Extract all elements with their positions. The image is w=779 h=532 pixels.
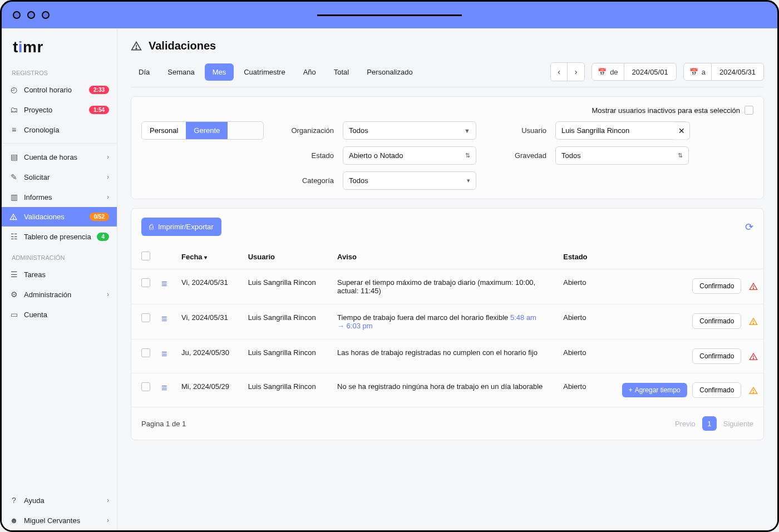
confirm-button[interactable]: Confirmado — [692, 313, 741, 329]
add-time-button[interactable]: +Agregar tiempo — [622, 383, 687, 397]
date-from-value: 2024/05/01 — [624, 68, 676, 76]
date-to-box[interactable]: 📅a 2024/05/31 — [683, 63, 764, 81]
time-link[interactable]: → 6:03 pm — [337, 322, 373, 330]
cell-usuario: Luis Sangrilla Rincon — [243, 304, 332, 339]
cell-estado: Abierto — [558, 304, 597, 339]
confirm-button[interactable]: Confirmado — [692, 348, 741, 364]
cell-usuario: Luis Sangrilla Rincon — [243, 269, 332, 304]
seg-personal[interactable]: Personal — [142, 122, 186, 139]
confirm-button[interactable]: Confirmado — [692, 278, 741, 294]
seg-gerente[interactable]: Gerente — [186, 122, 228, 139]
inactive-users-checkbox[interactable] — [745, 106, 753, 115]
sidebar-item-tareas[interactable]: ☰ Tareas — [2, 264, 117, 284]
tab-mes[interactable]: Mes — [205, 63, 234, 81]
filter-estado-select[interactable]: Abierto o Notado ⇅ — [343, 146, 476, 165]
next-period-button[interactable]: › — [568, 63, 584, 81]
print-export-button[interactable]: ⎙ Imprimir/Exportar — [141, 218, 221, 236]
role-segment: Personal Gerente — [141, 121, 264, 140]
table-row: ≡ Vi, 2024/05/31 Luis Sangrilla Rincon T… — [131, 304, 763, 339]
clock-user-icon: ◴ — [9, 85, 18, 94]
chevron-right-icon: › — [107, 173, 109, 181]
cell-fecha: Mi, 2024/05/29 — [176, 373, 243, 407]
date-from-label: de — [610, 68, 618, 76]
th-estado[interactable]: Estado — [558, 245, 597, 269]
time-link[interactable]: 5:48 am — [510, 313, 536, 322]
page-title: Validaciones — [149, 40, 216, 52]
select-value: Todos — [561, 151, 581, 160]
sidebar-item-user[interactable]: ☻ Miguel Cervantes › — [2, 510, 117, 530]
pagination-status: Pagina 1 de 1 — [141, 420, 186, 428]
select-value: Todos — [349, 126, 368, 135]
tab-dia[interactable]: Día — [131, 63, 157, 81]
tab-personalizado[interactable]: Personalizado — [359, 63, 420, 81]
pagination-page[interactable]: 1 — [702, 416, 717, 431]
tab-cuatrimestre[interactable]: Cuatrimestre — [236, 63, 293, 81]
sidebar-item-ayuda[interactable]: ? Ayuda › — [2, 490, 117, 510]
filter-org-select[interactable]: Todos ▼ — [343, 121, 476, 140]
prev-period-button[interactable]: ‹ — [551, 63, 568, 81]
row-checkbox[interactable] — [141, 278, 150, 287]
row-menu-button[interactable]: ≡ — [161, 313, 167, 324]
row-menu-button[interactable]: ≡ — [161, 382, 167, 393]
badge: 1:54 — [89, 106, 109, 114]
cell-aviso: Superar el tiempo máximo de trabajo diar… — [332, 269, 558, 304]
tab-anio[interactable]: Año — [295, 63, 324, 81]
date-to-value: 2024/05/31 — [712, 68, 763, 76]
row-checkbox[interactable] — [141, 313, 150, 322]
filter-user-input[interactable]: Luis Sangrilla Rincon — [555, 121, 689, 140]
badge: 0/52 — [90, 213, 109, 221]
th-usuario[interactable]: Usuario — [243, 245, 332, 269]
row-menu-button[interactable]: ≡ — [161, 278, 167, 289]
window-dot[interactable] — [42, 11, 50, 19]
sidebar-item-proyecto[interactable]: 🗂 Proyecto 1:54 — [2, 100, 117, 120]
pagination-prev[interactable]: Previo — [675, 420, 696, 428]
filter-categoria-select[interactable]: Todos ▾ — [343, 171, 476, 190]
button-label: Imprimir/Exportar — [158, 223, 214, 231]
date-from-box[interactable]: 📅de 2024/05/01 — [591, 63, 677, 81]
sort-icon: ⇅ — [465, 152, 470, 159]
filter-estado-label: Estado — [273, 151, 334, 160]
gear-icon: ⚙ — [9, 290, 18, 299]
th-aviso[interactable]: Aviso — [332, 245, 558, 269]
severity-orange-icon — [749, 386, 758, 395]
sidebar-item-label: Cuenta de horas — [24, 153, 77, 161]
row-checkbox[interactable] — [141, 382, 150, 391]
tab-total[interactable]: Total — [326, 63, 357, 81]
sidebar-item-tablero[interactable]: ☷ Tablero de presencia 4 — [2, 226, 117, 247]
chevron-right-icon: › — [107, 496, 109, 504]
browser-chrome-bar — [2, 2, 777, 28]
window-dot[interactable] — [27, 11, 35, 19]
sidebar-item-informes[interactable]: ▥ Informes › — [2, 187, 117, 207]
th-fecha[interactable]: Fecha ▾ — [176, 245, 243, 269]
period-tabs: Día Semana Mes Cuatrimestre Año Total Pe… — [131, 62, 764, 87]
help-icon: ? — [9, 496, 18, 505]
sidebar-item-cronologia[interactable]: ≡ Cronología — [2, 120, 117, 140]
refresh-button[interactable]: ⟳ — [745, 221, 753, 233]
select-value: Todos — [349, 176, 368, 185]
sidebar-item-cuenta[interactable]: ▭ Cuenta — [2, 304, 117, 324]
sidebar-item-solicitar[interactable]: ✎ Solicitar › — [2, 167, 117, 187]
select-all-checkbox[interactable] — [141, 252, 150, 260]
confirm-button[interactable]: Confirmado — [692, 382, 741, 398]
sidebar-item-validaciones[interactable]: Validaciones 0/52 — [2, 207, 117, 226]
svg-point-7 — [753, 323, 753, 323]
sidebar-item-cuenta-horas[interactable]: ▤ Cuenta de horas › — [2, 147, 117, 167]
sidebar-item-label: Miguel Cervantes — [24, 516, 80, 525]
clear-user-button[interactable]: ✕ — [673, 121, 690, 140]
app-logo: timr — [2, 28, 117, 62]
filter-gravedad-select[interactable]: Todos ⇅ — [555, 146, 689, 165]
sort-icon: ⇅ — [678, 152, 683, 159]
timeline-icon: ≡ — [9, 125, 18, 134]
pagination-next[interactable]: Siguiente — [723, 420, 753, 428]
window-dot[interactable] — [13, 11, 21, 19]
sidebar-item-control-horario[interactable]: ◴ Control horario 2:33 — [2, 80, 117, 100]
row-checkbox[interactable] — [141, 348, 150, 357]
chevron-right-icon: › — [107, 193, 109, 201]
row-menu-button[interactable]: ≡ — [161, 348, 167, 359]
date-to-label: a — [702, 68, 706, 76]
cell-aviso: No se ha registrado ningúna hora de trab… — [332, 373, 558, 407]
sidebar-item-administracion[interactable]: ⚙ Administración › — [2, 284, 117, 304]
tab-semana[interactable]: Semana — [160, 63, 202, 81]
select-value: Abierto o Notado — [349, 151, 403, 160]
table-row: ≡ Vi, 2024/05/31 Luis Sangrilla Rincon S… — [131, 269, 763, 304]
